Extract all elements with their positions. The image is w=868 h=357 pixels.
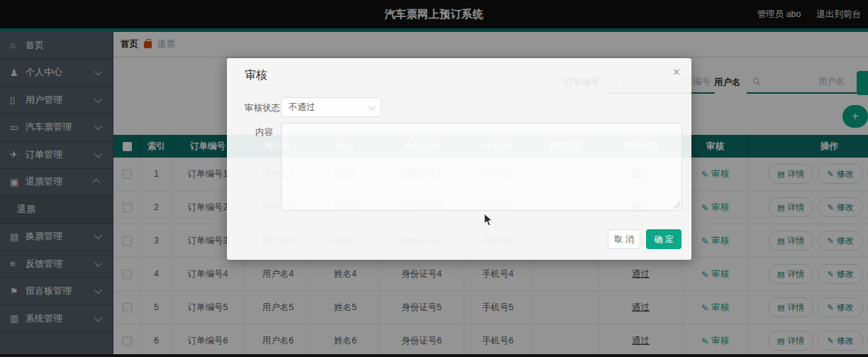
audit-status-value: 不通过 [289,101,316,114]
audit-modal: 审核 × 审核状态 不通过 内容 取 消 确 定 [227,58,691,260]
close-icon[interactable]: × [673,65,680,79]
window-bottom-edge [0,354,868,357]
content-textarea[interactable] [281,123,682,211]
audit-status-select[interactable]: 不通过 [281,97,382,117]
resize-handle[interactable] [673,202,680,209]
modal-title: 审核 [245,68,267,83]
chevron-down-icon [369,103,376,110]
cancel-button[interactable]: 取 消 [608,229,640,249]
app-window: 汽车票网上预订系统 管理员 abo 退出到前台 ⌂ 首页 ♟ 个人中心 ▯ 用户… [0,0,868,357]
mouse-cursor-icon [484,213,494,227]
audit-status-label: 审核状态 [245,102,280,114]
confirm-button[interactable]: 确 定 [646,229,681,249]
content-label: 内容 [255,126,273,138]
